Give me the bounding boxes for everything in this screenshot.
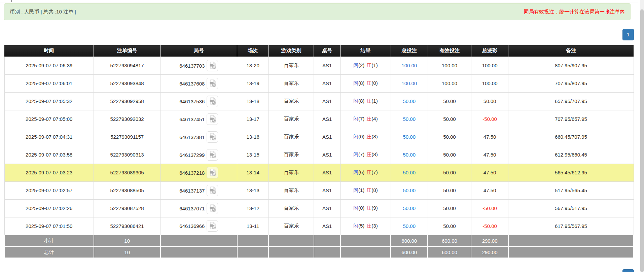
session-cell: 13-17 (237, 110, 269, 128)
video-replay-button[interactable] (207, 220, 218, 232)
video-replay-button[interactable] (207, 96, 218, 107)
game-type-cell: 百家乐 (269, 164, 314, 181)
header-time: 时间 (4, 45, 94, 57)
total-bet-link[interactable]: 50.00 (403, 170, 416, 175)
video-icon (208, 61, 217, 70)
summary-banner: 币别 : 人民币 | 总共 :10 注单 | 同局有效投注，统一计算在该局第一张… (4, 3, 631, 20)
total-bet-link[interactable]: 50.00 (403, 188, 416, 193)
header-table-number: 桌号 (314, 45, 341, 57)
total-bet-link[interactable]: 50.00 (403, 205, 416, 211)
round-cell: 646137218 (160, 164, 237, 181)
bet-number-cell: 522793089305 (94, 164, 160, 181)
subtotal-total-bet: 600.00 (391, 235, 428, 246)
valid-bet-cell: 50.00 (428, 164, 471, 181)
total-bet-link[interactable]: 50.00 (403, 116, 416, 122)
game-type-cell: 百家乐 (269, 146, 314, 164)
bet-number-cell: 522793093848 (94, 74, 160, 92)
session-cell: 13-12 (237, 199, 269, 217)
bet-number-cell: 522793091157 (94, 128, 160, 146)
total-bet-link[interactable]: 50.00 (403, 223, 416, 229)
table-row: 2025-09-07 07:03:23 522793089305 6461372… (4, 164, 634, 181)
game-type-cell: 百家乐 (269, 92, 314, 110)
scrollbar-track[interactable] (640, 0, 644, 272)
round-cell: 646137703 (160, 57, 237, 74)
session-cell: 13-14 (237, 164, 269, 181)
result-player-label: 闲 (353, 134, 358, 139)
remark-cell: 807.95/907.95 (508, 57, 634, 74)
game-type-cell: 百家乐 (269, 128, 314, 146)
result-cell: 闲(1)庄(8) (341, 181, 391, 199)
total-bet-cell: 50.00 (391, 110, 428, 128)
total-bet-cell: 50.00 (391, 92, 428, 110)
time-cell: 2025-09-07 07:04:31 (4, 128, 94, 146)
table-number-cell: AS1 (314, 110, 341, 128)
round-number: 646137381 (179, 134, 205, 140)
result-banker-count: (0) (371, 80, 378, 86)
total-bet-cell: 50.00 (391, 217, 428, 235)
pagination-page-1-bottom[interactable]: 1 (622, 269, 634, 272)
caret-artifact (11, 0, 12, 2)
total-bet-link[interactable]: 50.00 (403, 98, 416, 104)
table-header: 时间 注单编号 局号 场次 游戏类别 桌号 结果 总投注 有效投注 总派彩 备注 (4, 45, 634, 57)
round-number: 646137608 (179, 80, 205, 86)
video-icon (208, 204, 217, 212)
video-icon (208, 150, 217, 159)
total-bet-link[interactable]: 100.00 (401, 80, 417, 86)
result-cell: 闲(6)庄(7) (341, 164, 391, 181)
result-banker-label: 庄 (366, 223, 371, 229)
total-row: 总计 10 600.00 600.00 290.00 (4, 246, 634, 258)
time-cell: 2025-09-07 07:06:01 (4, 74, 94, 92)
time-cell: 2025-09-07 07:02:26 (4, 199, 94, 217)
table-row: 2025-09-07 07:02:57 522793088505 6461371… (4, 181, 634, 199)
video-replay-button[interactable] (207, 203, 218, 214)
table-number-cell: AS1 (314, 217, 341, 235)
video-replay-button[interactable] (207, 131, 218, 143)
result-player-label: 闲 (353, 187, 358, 193)
video-icon (208, 132, 217, 141)
total-bet-link[interactable]: 50.00 (403, 152, 416, 158)
payout-cell: 100.00 (471, 57, 508, 74)
round-number: 646137451 (179, 116, 205, 122)
video-icon (208, 79, 217, 88)
footer-empty-cell (269, 246, 314, 258)
total-bet-link[interactable]: 50.00 (403, 134, 416, 140)
result-player-count: (6) (358, 169, 364, 175)
video-replay-button[interactable] (207, 60, 218, 71)
result-player-label: 闲 (353, 98, 358, 104)
result-cell: 闲(8)庄(1) (341, 92, 391, 110)
total-bet-cell: 100.00 (391, 57, 428, 74)
video-replay-button[interactable] (207, 113, 218, 125)
round-cell: 646136966 (160, 217, 237, 235)
table-row: 2025-09-07 07:06:39 522793094817 6461377… (4, 57, 634, 74)
table-row: 2025-09-07 07:05:32 522793092958 6461375… (4, 92, 634, 110)
game-type-cell: 百家乐 (269, 199, 314, 217)
video-replay-button[interactable] (207, 185, 218, 196)
video-replay-button[interactable] (207, 78, 218, 89)
payout-cell: 50.00 (471, 92, 508, 110)
scrollbar-thumb[interactable] (640, 9, 644, 272)
footer-empty-cell (314, 235, 341, 246)
footer-empty-cell (314, 246, 341, 258)
header-payout: 总派彩 (471, 45, 508, 57)
total-bet-link[interactable]: 100.00 (401, 63, 417, 68)
total-bet-cell: 100.00 (391, 74, 428, 92)
pagination-page-1-top[interactable]: 1 (622, 29, 634, 40)
video-replay-button[interactable] (207, 167, 218, 178)
game-type-cell: 百家乐 (269, 74, 314, 92)
game-type-cell: 百家乐 (269, 110, 314, 128)
remark-cell: 565.45/612.95 (508, 164, 634, 181)
round-number: 646137703 (179, 63, 205, 68)
table-number-cell: AS1 (314, 128, 341, 146)
subtotal-label: 小计 (4, 235, 94, 246)
header-game-type: 游戏类别 (269, 45, 314, 57)
result-cell: 闲(7)庄(8) (341, 146, 391, 164)
time-cell: 2025-09-07 07:03:23 (4, 164, 94, 181)
video-replay-button[interactable] (207, 149, 218, 161)
round-number: 646137218 (179, 170, 205, 175)
header-round-number: 局号 (160, 45, 237, 57)
result-banker-label: 庄 (366, 187, 371, 193)
result-banker-label: 庄 (366, 98, 371, 104)
total-total-bet: 600.00 (391, 246, 428, 258)
header-result: 结果 (341, 45, 391, 57)
result-cell: 闲(8)庄(0) (341, 74, 391, 92)
